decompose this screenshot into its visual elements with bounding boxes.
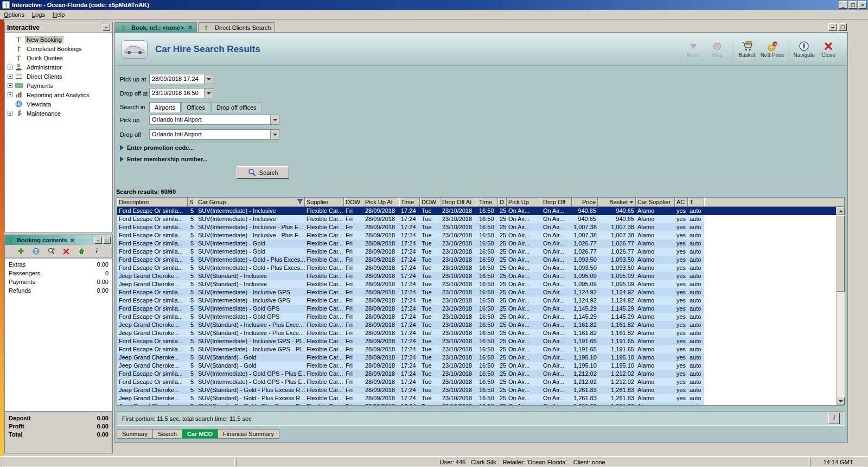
tab-search[interactable]: Search bbox=[153, 429, 182, 439]
table-row[interactable]: Ford Escape Or simila... 5 SUV(Intermedi… bbox=[117, 207, 836, 215]
table-row[interactable]: Jeep Grand Cheroke... 5 SUV(Standard) - … bbox=[117, 354, 836, 362]
table-row[interactable]: Ford Escape Or simila... 5 SUV(Intermedi… bbox=[117, 370, 836, 378]
table-row[interactable]: Jeep Grand Cheroke... 5 SUV(Standard) - … bbox=[117, 321, 836, 329]
table-row[interactable]: Ford Escape Or simila... 5 SUV(Intermedi… bbox=[117, 378, 836, 386]
expand-icon[interactable] bbox=[8, 65, 12, 70]
expand-icon[interactable] bbox=[8, 74, 12, 79]
menu-logs[interactable]: Logs bbox=[28, 10, 49, 19]
table-row[interactable]: Ford Escape Or simila... 5 SUV(Intermedi… bbox=[117, 288, 836, 296]
scrollbar-thumb[interactable] bbox=[837, 216, 845, 292]
scroll-up-button[interactable] bbox=[837, 207, 845, 215]
column-header-car-group[interactable]: Car Group bbox=[196, 198, 305, 207]
tab-summary[interactable]: Summary bbox=[117, 429, 153, 439]
column-header-dropoff-at[interactable]: Drop Off At bbox=[441, 198, 477, 207]
move-up-icon[interactable] bbox=[76, 247, 86, 256]
minimize-window-button[interactable]: _ bbox=[839, 1, 847, 9]
column-header-pickup[interactable]: Pick Up bbox=[507, 198, 541, 207]
restore-panel-button[interactable]: □ bbox=[103, 237, 111, 244]
sidebar-item-payments[interactable]: Payments bbox=[5, 81, 112, 90]
column-header-transmission[interactable]: T bbox=[688, 198, 704, 207]
tab-car-mco[interactable]: Car MCO bbox=[182, 429, 218, 439]
close-tab-icon[interactable]: ✕ bbox=[188, 24, 193, 30]
menu-options[interactable]: Options bbox=[0, 10, 28, 19]
table-row[interactable]: Ford Escape Or simila... 5 SUV(Intermedi… bbox=[117, 345, 836, 354]
minimize-document-button[interactable]: − bbox=[828, 23, 837, 31]
column-header-ac[interactable]: AC bbox=[675, 198, 688, 207]
column-header-basket[interactable]: Basket bbox=[598, 198, 636, 207]
dropoff-at-field[interactable]: 23/10/2018 16:50 bbox=[149, 88, 213, 98]
table-row[interactable]: Ford Escape Or simila... 5 SUV(Intermedi… bbox=[117, 337, 836, 345]
table-row[interactable]: Jeep Grand Cheroke... 5 SUV(Standard) - … bbox=[117, 280, 836, 288]
expand-icon[interactable] bbox=[8, 83, 12, 88]
column-header-price[interactable]: Price bbox=[572, 198, 598, 207]
sidebar-item-new-booking[interactable]: New Booking bbox=[5, 35, 112, 44]
find-icon[interactable] bbox=[46, 247, 56, 256]
expand-icon[interactable] bbox=[8, 111, 12, 116]
close-button[interactable]: Close bbox=[816, 40, 840, 58]
column-header-description[interactable]: Description bbox=[117, 198, 188, 207]
membership-number-expander[interactable]: Enter membership number... bbox=[120, 156, 208, 162]
column-header-time[interactable]: Time bbox=[399, 198, 420, 207]
maximize-window-button[interactable]: □ bbox=[848, 1, 857, 9]
sidebar-item-viewdata[interactable]: Viewdata bbox=[5, 99, 112, 109]
table-row[interactable]: Ford Escape Or simila... 5 SUV(Intermedi… bbox=[117, 239, 836, 248]
table-row[interactable]: Ford Escape Or simila... 5 SUV(Intermedi… bbox=[117, 223, 836, 231]
table-row[interactable]: Jeep Grand Cheroke... 5 SUV(Standard) - … bbox=[117, 272, 836, 280]
info-button[interactable]: i bbox=[828, 413, 840, 424]
table-row[interactable]: Jeep Grand Cheroke... 5 SUV(Standard) - … bbox=[117, 386, 836, 394]
tab-offices[interactable]: Offices bbox=[181, 102, 210, 112]
sidebar-item-direct-clients[interactable]: Direct Clients bbox=[5, 72, 112, 81]
scroll-down-button[interactable] bbox=[837, 397, 845, 405]
sidebar-item-maintenance[interactable]: Maintenance bbox=[5, 109, 112, 118]
table-row[interactable]: Ford Escape Or simila... 5 SUV(Intermedi… bbox=[117, 215, 836, 223]
collapse-sidebar-button[interactable]: − bbox=[103, 24, 110, 31]
minimize-panel-button[interactable]: − bbox=[94, 237, 102, 244]
expand-icon[interactable] bbox=[8, 92, 12, 97]
column-header-pickup-at[interactable]: Pick Up At bbox=[363, 198, 399, 207]
web-icon[interactable] bbox=[31, 247, 41, 256]
tab-direct-clients-search[interactable]: Direct Clients Search bbox=[198, 22, 275, 32]
column-header-car-supplier[interactable]: Car Supplier bbox=[636, 198, 675, 207]
sidebar-item-reporting-analytics[interactable]: Reporting and Analytics bbox=[5, 90, 112, 99]
add-item-icon[interactable] bbox=[16, 247, 25, 256]
close-panel-icon[interactable]: ✕ bbox=[69, 237, 76, 243]
table-row[interactable]: Ford Escape Or simila... 5 SUV(Intermedi… bbox=[117, 264, 836, 272]
pickup-at-field[interactable]: 28/09/2018 17:24 bbox=[149, 74, 213, 84]
dropdown-button[interactable] bbox=[270, 130, 279, 139]
dropoff-field[interactable]: Orlando Intl Airport bbox=[149, 129, 279, 140]
sidebar-item-completed-bookings[interactable]: Completed Bookings bbox=[5, 44, 112, 53]
menu-help[interactable]: Help bbox=[49, 10, 69, 19]
table-row[interactable]: Ford Escape Or simila... 5 SUV(Intermedi… bbox=[117, 248, 836, 256]
table-row[interactable]: Jeep Grand Cheroke... 5 SUV(Standard) - … bbox=[117, 394, 836, 402]
filter-icon[interactable] bbox=[297, 199, 303, 205]
dropdown-button[interactable] bbox=[270, 115, 279, 124]
table-row[interactable]: Ford Escape Or simila... 5 SUV(Intermedi… bbox=[117, 296, 836, 305]
nett-price-button[interactable]: % Nett Price bbox=[759, 40, 786, 58]
table-row[interactable]: Ford Escape Or simila... 5 SUV(Intermedi… bbox=[117, 256, 836, 264]
sidebar-item-quick-quotes[interactable]: Quick Quotes bbox=[5, 53, 112, 62]
table-row[interactable]: Jeep Grand Cheroke... 5 SUV(Standard) - … bbox=[117, 362, 836, 370]
table-row[interactable]: Ford Escape Or simila... 5 SUV(Intermedi… bbox=[117, 305, 836, 313]
close-window-button[interactable]: × bbox=[858, 1, 867, 9]
dropdown-button[interactable] bbox=[204, 89, 213, 98]
tab-airports[interactable]: Airports bbox=[149, 102, 181, 112]
column-header-supplier[interactable]: Supplier bbox=[305, 198, 344, 207]
table-row[interactable]: Ford Escape Or simila... 5 SUV(Intermedi… bbox=[117, 231, 836, 239]
tab-dropoff-offices[interactable]: Drop off offices bbox=[211, 102, 262, 112]
promotion-code-expander[interactable]: Enter promotion code... bbox=[120, 144, 194, 151]
column-header-seats[interactable]: S bbox=[188, 198, 196, 207]
search-button[interactable]: Search bbox=[237, 166, 289, 179]
column-header-dropoff[interactable]: Drop Off bbox=[541, 198, 572, 207]
navigate-button[interactable]: Navigate bbox=[792, 40, 816, 58]
table-row[interactable]: Jeep Grand Cheroke... 5 SUV(Standard) - … bbox=[117, 402, 836, 405]
tab-booking-ref[interactable]: Book. ref.: <none> ✕ bbox=[114, 22, 197, 32]
pickup-field[interactable]: Orlando Intl Airport bbox=[149, 115, 279, 125]
table-row[interactable]: Ford Escape Or simila... 5 SUV(Intermedi… bbox=[117, 313, 836, 321]
restore-document-button[interactable]: □ bbox=[838, 23, 847, 31]
sidebar-item-administrator[interactable]: Administrator bbox=[5, 62, 112, 72]
column-header-dow[interactable]: DOW bbox=[344, 198, 363, 207]
basket-button[interactable]: Basket bbox=[735, 40, 759, 58]
column-header-days[interactable]: D bbox=[498, 198, 507, 207]
vertical-scrollbar[interactable] bbox=[836, 207, 845, 405]
remove-item-icon[interactable] bbox=[61, 247, 71, 256]
